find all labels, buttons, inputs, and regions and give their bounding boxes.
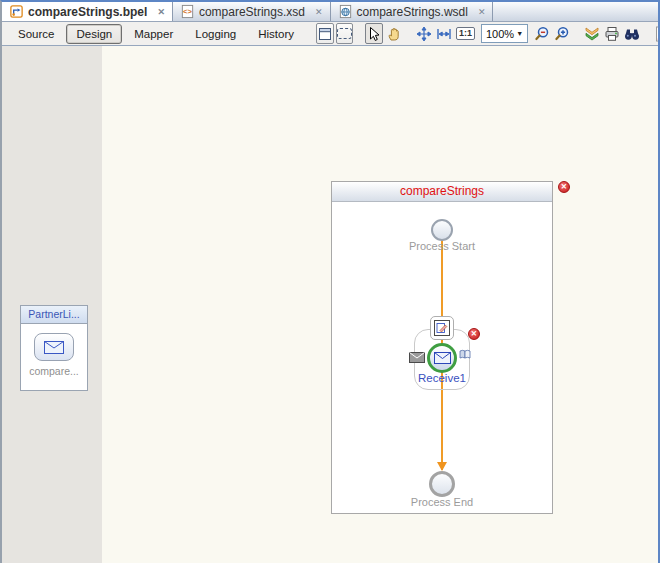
fit-diagram-icon	[416, 26, 432, 42]
process-start-label: Process Start	[332, 240, 552, 252]
mapping-book-icon	[459, 346, 471, 364]
envelope-icon	[44, 341, 64, 354]
pointer-tool-button[interactable]	[365, 23, 383, 44]
search-button[interactable]	[623, 23, 641, 44]
zoom-in-button[interactable]	[553, 23, 571, 44]
process-start-node[interactable]	[431, 219, 453, 241]
partnerlink-body: compare...	[21, 324, 87, 377]
tab-comparestrings-wsdl[interactable]: compareStrings.wsdl ✕	[331, 2, 494, 21]
receive-activity-label: Receive1	[332, 372, 552, 384]
fit-width-icon	[436, 26, 452, 42]
partnerlink-port-button[interactable]	[34, 333, 74, 361]
receive-envelope-icon	[434, 352, 451, 364]
view-button-logging[interactable]: Logging	[185, 24, 246, 44]
receive-partner-envelope-icon	[409, 349, 425, 367]
fit-width-button[interactable]	[435, 23, 453, 44]
pdf-icon	[654, 26, 660, 42]
zoom-level-combo[interactable]: 100% ▼	[481, 24, 528, 43]
partnerlink-header: PartnerLi...	[21, 306, 87, 324]
process-error-badge[interactable]: ✕	[558, 181, 570, 193]
validate-chevrons-icon	[584, 26, 600, 42]
svg-text:<>: <>	[183, 7, 192, 16]
marquee-icon	[337, 28, 352, 39]
xsd-file-icon: <>	[180, 4, 195, 19]
process-title[interactable]: compareStrings	[332, 182, 552, 202]
receive-activity-node[interactable]	[427, 343, 457, 373]
ide-window: compareStrings.bpel ✕ <> compareStrings.…	[0, 0, 660, 563]
editor-tab-bar: compareStrings.bpel ✕ <> compareStrings.…	[2, 2, 658, 22]
tab-close-icon[interactable]: ✕	[315, 7, 323, 17]
view-button-source[interactable]: Source	[8, 24, 64, 44]
process-box[interactable]: compareStrings Process Start	[331, 181, 553, 514]
zoom-one-to-one-button[interactable]: 1:1	[455, 23, 476, 44]
process-end-node[interactable]	[429, 471, 455, 497]
tab-comparestrings-xsd[interactable]: <> compareStrings.xsd ✕	[173, 2, 331, 21]
tab-bar-filler	[493, 2, 658, 21]
marquee-select-button[interactable]	[336, 23, 353, 44]
editor-toolbar: Source Design Mapper Logging History	[2, 22, 658, 46]
bpel-file-icon	[9, 4, 24, 19]
zoom-out-button[interactable]	[533, 23, 551, 44]
wsdl-file-icon	[338, 4, 353, 19]
hand-icon	[386, 26, 402, 42]
view-button-mapper[interactable]: Mapper	[124, 24, 183, 44]
tab-close-icon[interactable]: ✕	[157, 7, 165, 17]
tab-close-icon[interactable]: ✕	[478, 7, 486, 17]
design-canvas[interactable]: PartnerLi... compare... compareStrings P…	[2, 46, 658, 563]
receive-edit-button[interactable]	[430, 316, 454, 340]
view-button-history[interactable]: History	[248, 24, 304, 44]
zoom-in-icon	[554, 26, 570, 42]
pan-tool-button[interactable]	[385, 23, 403, 44]
binoculars-icon	[624, 26, 640, 42]
tab-label: compareStrings.wsdl	[357, 5, 468, 19]
chevron-down-icon[interactable]: ▼	[514, 30, 527, 37]
printer-icon	[604, 26, 620, 42]
receive-error-badge[interactable]: ✕	[468, 328, 480, 340]
one-to-one-icon: 1:1	[456, 27, 475, 40]
zoom-out-icon	[534, 26, 550, 42]
tab-comparestrings-bpel[interactable]: compareStrings.bpel ✕	[2, 2, 173, 21]
partnerlink-operation-label: compare...	[29, 365, 79, 377]
process-end-label: Process End	[332, 496, 552, 508]
panel-icon	[317, 26, 333, 42]
print-button[interactable]	[603, 23, 621, 44]
fit-diagram-button[interactable]	[415, 23, 433, 44]
tab-label: compareStrings.bpel	[28, 5, 147, 19]
export-pdf-button[interactable]	[653, 23, 660, 44]
validate-xml-button[interactable]	[583, 23, 601, 44]
edit-pencil-icon	[434, 320, 450, 336]
tab-label: compareStrings.xsd	[199, 5, 305, 19]
partnerlink-box[interactable]: PartnerLi... compare...	[20, 305, 88, 391]
cursor-icon	[366, 26, 382, 42]
view-button-design[interactable]: Design	[66, 24, 122, 44]
zoom-level-value: 100%	[482, 28, 514, 40]
toggle-partnerlinks-panel-button[interactable]	[316, 23, 334, 44]
flow-arrowhead	[437, 462, 447, 471]
